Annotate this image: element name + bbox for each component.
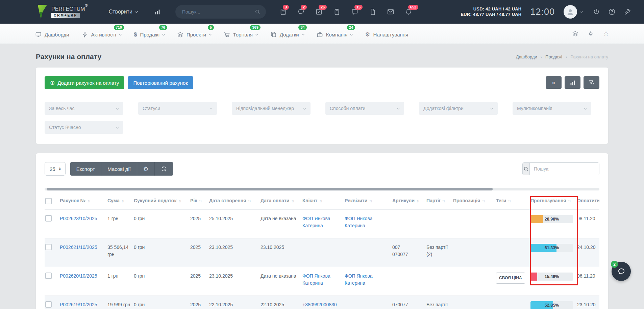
sort-arrows-icon[interactable]: ↑↓: [319, 199, 322, 203]
bulk-actions-button[interactable]: Масові дії: [101, 162, 137, 176]
client-link[interactable]: +380992000830: [302, 302, 337, 307]
calculator-button[interactable]: 3: [279, 8, 287, 16]
comments-button[interactable]: 15: [351, 8, 358, 16]
check-square-button[interactable]: 26: [315, 8, 323, 16]
search-icon[interactable]: [254, 9, 261, 15]
global-search-input[interactable]: [182, 9, 254, 15]
reports-chart-icon[interactable]: [154, 8, 161, 16]
avatar[interactable]: [564, 5, 577, 19]
chat-widget-button[interactable]: 2: [612, 262, 631, 281]
column-header-8[interactable]: Артикули↑↓: [392, 194, 426, 210]
nav-item-3[interactable]: Проекти5: [177, 29, 211, 38]
breadcrumb-dashboards[interactable]: Дашборди: [516, 54, 537, 59]
nav-item-1[interactable]: Активності710: [82, 29, 121, 38]
speech-bubble-button[interactable]: 2: [297, 8, 305, 16]
nav-item-0[interactable]: Дашборди: [35, 29, 69, 38]
table-search-icon[interactable]: [523, 163, 530, 175]
column-header-2[interactable]: Сукупний податок↑↓: [133, 194, 190, 210]
sort-arrows-icon[interactable]: ↑↓: [416, 199, 419, 203]
file-button[interactable]: [369, 8, 376, 16]
envelope-icon: [387, 8, 394, 16]
invoice-link[interactable]: P002620/10/2025: [60, 273, 97, 279]
column-header-0[interactable]: Рахунок №↑↓: [59, 194, 107, 210]
row-checkbox[interactable]: [45, 244, 52, 250]
row-checkbox[interactable]: [45, 301, 52, 308]
recurring-invoice-button[interactable]: Повторюваний рахунок: [128, 76, 193, 89]
user-menu[interactable]: [564, 5, 583, 19]
nav-item-4[interactable]: Торгівля369: [224, 29, 258, 38]
sort-arrows-icon[interactable]: ↑↓: [178, 199, 181, 203]
invoice-link[interactable]: P002619/10/2025: [60, 302, 97, 307]
app-logo[interactable]: PERFECTUM® CRM+ERP: [36, 4, 88, 19]
star-icon[interactable]: ☆: [603, 30, 609, 37]
row-checkbox[interactable]: [45, 273, 52, 279]
sort-arrows-icon[interactable]: ↑↓: [121, 199, 124, 203]
bar-chart-button[interactable]: [565, 76, 580, 89]
sort-arrows-icon[interactable]: ↑↓: [87, 199, 90, 203]
logout-power-icon[interactable]: [593, 8, 600, 16]
column-header-13[interactable]: Оплатити: [576, 194, 599, 210]
magnifier-icon: [523, 166, 529, 172]
filter-dropdown-6[interactable]: Статус Вчасно: [45, 121, 123, 134]
invoice-link[interactable]: P002623/10/2025: [60, 216, 97, 221]
layers-icon[interactable]: [572, 30, 578, 37]
clipboard-button[interactable]: [333, 8, 341, 16]
column-header-5[interactable]: Дата оплати↑↓: [260, 194, 302, 210]
column-header-7[interactable]: Реквізити↑↓: [344, 194, 392, 210]
filter-dropdown-3[interactable]: Способи оплати: [325, 102, 404, 115]
row-checkbox[interactable]: [45, 215, 52, 222]
table-settings-gear-icon[interactable]: ⚙: [137, 162, 155, 176]
sort-arrows-icon[interactable]: ↑↓: [482, 199, 485, 203]
column-header-1[interactable]: Сума↑↓: [107, 194, 133, 210]
refresh-icon[interactable]: [155, 162, 173, 176]
scrollbar-thumb[interactable]: [47, 188, 493, 190]
requisites-link[interactable]: ФОП Янкова Катерина: [345, 273, 372, 286]
filter-dropdown-0[interactable]: За весь час: [45, 102, 123, 115]
column-header-4[interactable]: Дата створення↑↓: [208, 194, 260, 210]
double-left-button[interactable]: «: [546, 76, 562, 89]
plus-circle-icon: ⊕: [50, 79, 55, 86]
page-size-select[interactable]: 25 ▲▼: [45, 162, 66, 176]
nav-badge: 34: [298, 25, 306, 30]
add-invoice-button[interactable]: ⊕ Додати рахунок на оплату: [45, 76, 124, 89]
funnel-x-button[interactable]: [584, 76, 599, 89]
filter-dropdown-4[interactable]: Додаткові фільтри: [419, 102, 498, 115]
invoices-table-card: 25 ▲▼ Експорт Масові дії ⚙: [36, 153, 608, 309]
flame-icon[interactable]: [588, 30, 594, 37]
envelope-button[interactable]: [387, 8, 394, 16]
nav-item-6[interactable]: Компанія24: [317, 29, 353, 38]
column-header-6[interactable]: Клієнт↑↓: [302, 194, 344, 210]
column-header-9[interactable]: Партії↑↓: [426, 194, 452, 210]
notification-badge: 3: [283, 5, 289, 10]
select-all-checkbox[interactable]: [45, 198, 52, 204]
sort-arrows-icon[interactable]: ↑↓: [568, 199, 571, 203]
sort-arrows-icon[interactable]: ↑↓: [442, 199, 445, 203]
settings-wrench-icon[interactable]: [624, 8, 631, 16]
sort-arrows-icon[interactable]: ↑↓: [508, 199, 511, 203]
sort-arrows-icon[interactable]: ↑↓: [291, 199, 294, 203]
requisites-link[interactable]: ФОП Янкова Катерина: [345, 216, 372, 228]
sort-arrows-icon[interactable]: ↑↓: [199, 199, 201, 203]
filter-dropdown-5[interactable]: Мультикомпанія: [513, 102, 591, 115]
nav-item-5[interactable]: Додатки34: [270, 29, 304, 38]
filter-dropdown-2[interactable]: Відповідальний менеджер: [232, 102, 311, 115]
filter-dropdown-1[interactable]: Статуси: [138, 102, 217, 115]
bell-button[interactable]: 652: [405, 8, 412, 16]
sort-arrows-icon[interactable]: ↑↓: [248, 199, 250, 203]
invoice-link[interactable]: P002621/10/2025: [60, 244, 97, 250]
column-header-11[interactable]: Теги↑↓: [495, 194, 530, 210]
export-button[interactable]: Експорт: [70, 162, 102, 176]
breadcrumb-sales[interactable]: Продажі: [545, 54, 562, 59]
help-icon[interactable]: [608, 8, 616, 16]
column-header-3[interactable]: Рік↑↓: [190, 194, 208, 210]
nav-item-2[interactable]: $Продажі76: [134, 29, 165, 38]
table-search-input[interactable]: [530, 163, 599, 175]
column-header-12[interactable]: Прогнозування↑↓: [530, 194, 576, 210]
sort-arrows-icon[interactable]: ↑↓: [369, 199, 372, 203]
nav-item-7[interactable]: ⚙Налаштування: [365, 29, 408, 38]
table-row: P002620/10/20251 грн0 грн202523.10.2025Д…: [45, 267, 599, 296]
client-link[interactable]: ФОП Янкова Катерина: [302, 273, 330, 286]
column-header-10[interactable]: Пропозиція↑↓: [452, 194, 495, 210]
client-link[interactable]: ФОП Янкова Катерина: [302, 216, 330, 228]
create-menu[interactable]: Створити: [109, 9, 138, 15]
